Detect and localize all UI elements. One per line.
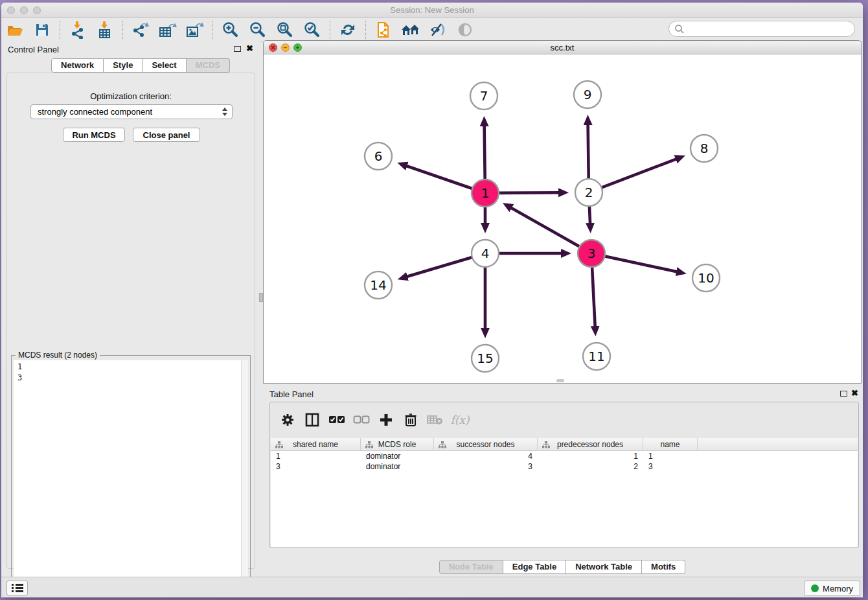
table-row[interactable]: 3dominator323 bbox=[271, 461, 858, 472]
table-header-row: shared nameMCDS rolesuccessor nodesprede… bbox=[271, 438, 858, 451]
criterion-dropdown-value: strongly connected component bbox=[38, 107, 152, 117]
export-network-icon[interactable] bbox=[131, 20, 150, 40]
node-2[interactable]: 2 bbox=[575, 179, 602, 206]
delete-column-icon[interactable] bbox=[402, 411, 419, 428]
column-header-predecessor-nodes[interactable]: predecessor nodes bbox=[538, 438, 643, 450]
search-input[interactable] bbox=[685, 23, 854, 36]
cell-MCDS-role[interactable]: dominator bbox=[361, 451, 434, 461]
cell-name[interactable]: 3 bbox=[643, 461, 698, 472]
svg-text:15: 15 bbox=[477, 351, 493, 366]
node-15[interactable]: 15 bbox=[472, 345, 499, 372]
search-field[interactable] bbox=[668, 21, 855, 37]
node-8[interactable]: 8 bbox=[691, 135, 718, 162]
select-all-icon[interactable] bbox=[328, 411, 345, 428]
float-panel-icon[interactable] bbox=[234, 46, 241, 52]
cell-MCDS-role[interactable]: dominator bbox=[361, 461, 434, 472]
tab-select[interactable]: Select bbox=[143, 58, 186, 73]
deselect-all-icon[interactable] bbox=[353, 411, 370, 428]
control-panel-header: Control Panel ✖ bbox=[1, 40, 260, 57]
table-row[interactable]: 1dominator411 bbox=[271, 451, 858, 461]
table-tabs: Node TableEdge TableNetwork TableMotifs bbox=[263, 560, 862, 574]
export-table-icon[interactable] bbox=[158, 20, 177, 40]
zoom-out-icon[interactable] bbox=[248, 20, 268, 40]
home-icon[interactable] bbox=[401, 20, 420, 40]
node-4[interactable]: 4 bbox=[472, 240, 499, 267]
network-window-titlebar[interactable]: ✕ − + scc.txt bbox=[264, 41, 861, 54]
network-graph: 7968124314101511 bbox=[264, 54, 861, 383]
clone-network-icon[interactable] bbox=[374, 20, 393, 40]
task-history-button[interactable] bbox=[6, 581, 28, 595]
cell-predecessor-nodes[interactable]: 2 bbox=[538, 461, 643, 472]
node-11[interactable]: 11 bbox=[583, 343, 610, 370]
hide-visibility-icon[interactable] bbox=[428, 20, 448, 40]
tab-edge-table[interactable]: Edge Table bbox=[503, 560, 566, 574]
tab-network-table[interactable]: Network Table bbox=[566, 560, 642, 574]
close-panel-button[interactable]: Close panel bbox=[133, 128, 200, 142]
run-mcds-button[interactable]: Run MCDS bbox=[63, 128, 125, 142]
tab-motifs[interactable]: Motifs bbox=[642, 560, 685, 574]
criterion-dropdown[interactable]: strongly connected component bbox=[30, 104, 233, 119]
refresh-layout-icon[interactable] bbox=[338, 20, 358, 40]
export-image-icon[interactable] bbox=[185, 20, 205, 40]
column-header-MCDS-role[interactable]: MCDS role bbox=[361, 438, 434, 450]
edge-1-6[interactable] bbox=[405, 165, 482, 192]
cell-successor-nodes[interactable]: 3 bbox=[434, 461, 538, 472]
svg-text:6: 6 bbox=[374, 148, 383, 164]
mcds-result-area[interactable]: 1 3 bbox=[14, 360, 248, 594]
edge-2-8[interactable] bbox=[593, 158, 678, 191]
memory-button[interactable]: Memory bbox=[804, 581, 860, 596]
cell-predecessor-nodes[interactable]: 1 bbox=[538, 451, 643, 461]
close-panel-icon[interactable]: ✖ bbox=[246, 43, 253, 53]
show-columns-icon[interactable] bbox=[304, 411, 321, 428]
zoom-fit-icon[interactable] bbox=[275, 20, 295, 40]
column-header-name[interactable]: name bbox=[643, 438, 698, 450]
tab-node-table[interactable]: Node Table bbox=[439, 560, 503, 574]
edge-3-10[interactable] bbox=[595, 254, 679, 272]
network-canvas[interactable]: 7968124314101511 bbox=[264, 54, 861, 383]
node-6[interactable]: 6 bbox=[365, 143, 392, 170]
panel-splitter-handle[interactable] bbox=[259, 293, 263, 302]
cell-shared-name[interactable]: 1 bbox=[271, 451, 361, 461]
edge-3-11[interactable] bbox=[591, 257, 595, 329]
zoom-selected-icon[interactable] bbox=[303, 20, 322, 40]
add-column-icon[interactable] bbox=[378, 411, 394, 428]
table-panel-header: Table Panel ✖ bbox=[263, 385, 862, 402]
float-table-panel-icon[interactable] bbox=[840, 391, 847, 397]
canvas-hscroll-thumb[interactable] bbox=[556, 379, 564, 382]
node-1[interactable]: 1 bbox=[472, 179, 499, 207]
node-14[interactable]: 14 bbox=[365, 271, 392, 299]
column-header-successor-nodes[interactable]: successor nodes bbox=[434, 438, 538, 450]
save-icon[interactable] bbox=[32, 20, 52, 40]
svg-text:7: 7 bbox=[480, 88, 488, 104]
tab-style[interactable]: Style bbox=[104, 58, 143, 73]
node-10[interactable]: 10 bbox=[692, 264, 720, 292]
table-toolbar: f(x) bbox=[270, 402, 858, 437]
toolbar-separator bbox=[212, 21, 213, 39]
edge-1-2[interactable] bbox=[489, 192, 561, 193]
list-icon bbox=[12, 583, 23, 594]
dropdown-arrows-icon bbox=[222, 108, 227, 116]
cell-shared-name[interactable]: 3 bbox=[271, 461, 361, 472]
table-settings-gear-icon[interactable] bbox=[279, 411, 296, 428]
edge-4-14[interactable] bbox=[405, 255, 481, 277]
zoom-in-icon[interactable] bbox=[221, 20, 240, 40]
node-9[interactable]: 9 bbox=[574, 81, 601, 108]
tab-mcds[interactable]: MCDS bbox=[187, 58, 230, 73]
open-file-icon[interactable] bbox=[5, 20, 25, 40]
cell-successor-nodes[interactable]: 4 bbox=[434, 451, 538, 461]
mcds-result-groupbox: MCDS result (2 nodes) 1 3 bbox=[11, 355, 251, 597]
mcds-result-title: MCDS result (2 nodes) bbox=[16, 351, 100, 360]
tab-network[interactable]: Network bbox=[51, 58, 104, 73]
control-panel: Control Panel ✖ NetworkStyleSelectMCDS O… bbox=[1, 40, 260, 574]
import-network-icon[interactable] bbox=[68, 20, 87, 40]
svg-text:3: 3 bbox=[588, 246, 596, 261]
edge-3-1[interactable] bbox=[509, 207, 588, 251]
main-toolbar bbox=[1, 18, 863, 41]
result-scrollbar[interactable] bbox=[241, 360, 248, 594]
node-3[interactable]: 3 bbox=[578, 240, 605, 267]
node-7[interactable]: 7 bbox=[470, 82, 497, 110]
import-table-icon[interactable] bbox=[95, 20, 115, 40]
cell-name[interactable]: 1 bbox=[643, 451, 698, 461]
column-header-shared-name[interactable]: shared name bbox=[271, 438, 361, 450]
close-table-panel-icon[interactable]: ✖ bbox=[851, 388, 858, 398]
